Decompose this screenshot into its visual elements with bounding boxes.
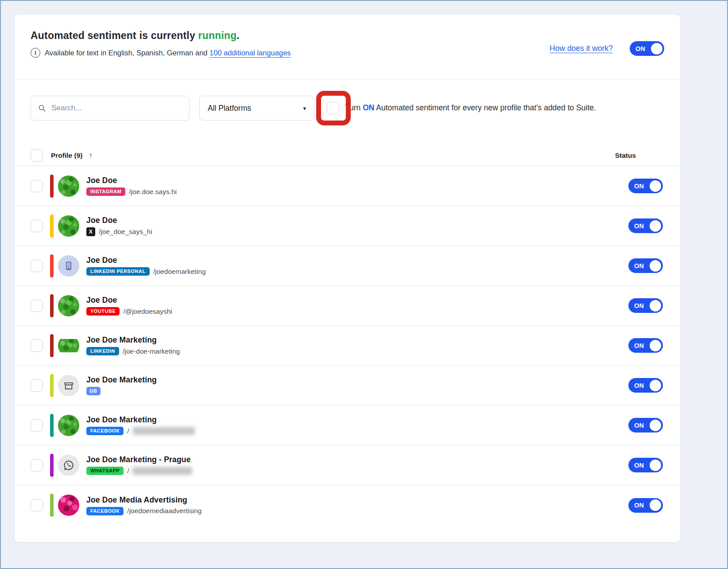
new-profile-checkbox[interactable] [327,102,339,114]
profile-handle: /joe-doe-marketing [123,347,180,355]
additional-languages-link[interactable]: 100 additional languages [209,49,291,57]
profile-color-bar [50,494,54,517]
toggle-knob [650,340,661,351]
row-toggle[interactable]: ON [628,498,663,513]
page-background: Automated sentiment is currently running… [0,0,728,569]
chevron-down-icon: ▾ [303,105,306,112]
avatar [58,375,79,396]
toggle-knob [650,260,661,272]
row-checkbox[interactable] [31,499,43,511]
sort-ascending-icon[interactable]: ↑ [89,151,93,160]
toggle-on-label: ON [634,222,644,230]
platform-badge: INSTAGRAM [86,187,125,196]
platform-filter-value: All Platforms [208,104,251,113]
row-checkbox[interactable] [31,339,43,352]
toggle-on-label: ON [635,45,645,52]
table-row: Joe Doe Marketing GB ON [15,366,680,405]
status-column-header: Status [615,152,636,160]
automated-sentiment-panel: Automated sentiment is currently running… [14,14,681,542]
avatar [58,415,79,436]
row-toggle[interactable]: ON [628,179,663,193]
profile-color-bar [50,414,54,437]
row-checkbox[interactable] [31,260,43,272]
platform-badge: LINKEDIN [86,347,119,355]
profile-name: Joe Doe [86,176,177,185]
platform-badge: WHATSAPP [86,467,124,475]
page-title: Automated sentiment is currently running… [31,30,291,42]
profile-handle: /@joedoesayshi [123,308,172,316]
blurred-handle [132,467,192,475]
row-toggle[interactable]: ON [628,298,663,313]
toggle-knob [650,499,661,511]
whatsapp-icon [62,459,75,472]
platform-badge: YOUTUBE [86,307,120,316]
row-checkbox[interactable] [31,459,43,472]
profile-name: Joe Doe Media Advertising [86,495,201,505]
profile-color-bar [50,214,54,238]
search-input[interactable] [51,104,182,113]
toggle-on-label: ON [634,462,644,469]
storefront-icon [63,380,74,391]
row-checkbox[interactable] [31,300,43,312]
info-icon: i [31,48,40,58]
profile-name: Joe Doe [86,296,172,305]
table-row: Joe Doe Marketing FACEBOOK / ON [15,405,680,445]
toggle-on-label: ON [634,422,644,429]
status-text: running [198,30,237,41]
row-toggle[interactable]: ON [628,458,663,472]
panel-header: Automated sentiment is currently running… [15,15,680,79]
table-row: Joe Doe INSTAGRAM /joe.doe.says.hi ON [15,166,680,206]
availability-text: Available for text in English, Spanish, … [45,49,291,57]
row-checkbox[interactable] [31,379,43,392]
row-toggle[interactable]: ON [628,378,663,393]
table-row: Joe Doe LINKEDIN PERSONAL /joedoemarketi… [15,246,680,286]
new-profile-label: Turn ON Automated sentiment for every ne… [345,103,596,113]
toggle-knob [650,460,661,471]
profile-name: Joe Doe Marketing [86,415,195,425]
how-does-it-work-link[interactable]: How does it work? [550,44,613,53]
avatar [58,255,79,277]
table-row: Joe Doe Marketing - Prague WHATSAPP / ON [15,445,680,485]
select-all-checkbox[interactable] [31,149,43,162]
avatar [58,455,79,476]
avatar [58,495,79,516]
toggle-on-label: ON [634,262,644,269]
row-toggle[interactable]: ON [628,338,663,353]
row-checkbox[interactable] [31,180,43,192]
profile-handle: /joedoemarketing [153,268,206,276]
row-checkbox[interactable] [31,419,43,432]
toggle-knob [650,180,661,192]
row-checkbox[interactable] [31,220,43,232]
profile-color-bar [50,334,54,357]
avatar [58,175,79,197]
row-toggle[interactable]: ON [628,418,663,433]
toggle-knob [650,300,661,312]
profile-color-bar [50,454,54,477]
row-toggle[interactable]: ON [628,258,663,273]
toggle-on-label: ON [634,183,644,190]
table-row: Joe Doe Marketing LINKEDIN /joe-doe-mark… [15,326,680,366]
row-toggle[interactable]: ON [628,218,663,233]
platform-badge: FACEBOOK [86,427,124,435]
profile-color-bar [50,175,54,198]
filter-bar: All Platforms ▾ Turn ON Automated sentim… [15,79,680,145]
profile-column-header: Profile (9) [51,152,82,160]
toggle-knob [650,380,661,391]
toggle-on-label: ON [634,382,644,389]
profile-handle: /joedoemediaadvertising [127,507,201,515]
platform-filter-dropdown[interactable]: All Platforms ▾ [199,96,314,121]
table-header: Profile (9) ↑ Status [15,145,680,166]
search-icon [38,104,46,113]
profile-name: Joe Doe [86,216,152,225]
toggle-on-label: ON [634,502,644,509]
profile-name: Joe Doe Marketing [86,335,180,345]
toggle-knob [650,420,661,431]
profile-handle: /joe_doe_says_hi [99,228,152,236]
profile-color-bar [50,374,54,397]
toggle-on-label: ON [634,342,644,349]
master-toggle[interactable]: ON [630,41,664,56]
table-row: Joe Doe X /joe_doe_says_hi ON [15,206,680,246]
profile-name: Joe Doe Marketing [86,375,157,385]
on-emphasis: ON [363,103,374,112]
platform-badge: LINKEDIN PERSONAL [86,267,150,276]
